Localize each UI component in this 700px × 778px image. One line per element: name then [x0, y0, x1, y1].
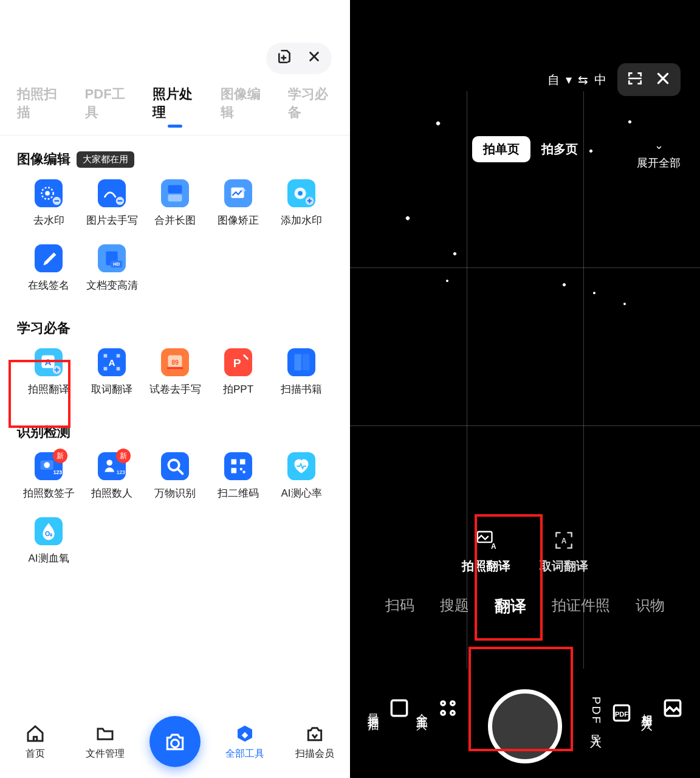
- svg-text:A: A: [45, 357, 52, 367]
- svg-rect-33: [295, 354, 302, 371]
- item-label: 取词翻译: [91, 382, 132, 396]
- item-merge-long[interactable]: 合并长图: [143, 179, 207, 227]
- recent-icon: [388, 697, 411, 720]
- new-badge: 新: [53, 449, 67, 463]
- item-count-people[interactable]: 123 新 拍照数人: [80, 452, 143, 500]
- item-label: 拍照数人: [91, 486, 132, 500]
- left-top-bar: [0, 0, 350, 85]
- merge-icon: [161, 179, 189, 207]
- bottom-nav: 首页 文件管理 全部工具 扫描会员: [0, 705, 350, 778]
- mode-single-page[interactable]: 拍单页: [472, 136, 530, 162]
- nav-all-tools[interactable]: 全部工具: [210, 723, 280, 760]
- item-online-sign[interactable]: 在线签名: [17, 244, 80, 292]
- heart-icon: [287, 452, 315, 480]
- submode-label: 拍照翻译: [462, 558, 510, 574]
- tool-all-tools[interactable]: 全部工具: [414, 697, 459, 720]
- submode-photo-translate[interactable]: A 拍照翻译: [462, 529, 510, 574]
- nav-scan-vip[interactable]: 扫描会员: [280, 723, 350, 760]
- item-image-correct[interactable]: 图像矫正: [207, 179, 270, 227]
- lang-from: 自: [547, 72, 560, 88]
- item-exam-erase[interactable]: 89 试卷去手写: [143, 348, 207, 396]
- item-shoot-ppt[interactable]: P 拍PPT: [207, 348, 270, 396]
- submode-word-translate[interactable]: A 取词翻译: [540, 529, 588, 574]
- signature-icon: [35, 244, 63, 272]
- mode-multi-page[interactable]: 拍多页: [541, 141, 578, 157]
- sub-mode-row: A 拍照翻译 A 取词翻译: [350, 529, 700, 574]
- item-add-watermark[interactable]: 添加水印: [270, 179, 333, 227]
- item-label: 拍照翻译: [28, 382, 69, 396]
- cat-translate[interactable]: 翻译: [495, 596, 526, 617]
- album-icon: [661, 697, 684, 720]
- svg-rect-44: [224, 452, 252, 480]
- thing-search-icon: [161, 452, 189, 480]
- cat-id-photo[interactable]: 拍证件照: [552, 596, 610, 617]
- item-label: 在线签名: [28, 278, 69, 292]
- section-grid: A 拍照翻译 A 取词翻译 89 试卷去手写 P 拍PPT: [17, 348, 333, 396]
- item-doc-hd[interactable]: HD 文档变高清: [80, 244, 143, 292]
- word-trans-icon: A: [98, 348, 126, 376]
- cat-recognize[interactable]: 识物: [636, 596, 665, 617]
- item-remove-watermark[interactable]: 去水印: [17, 179, 80, 227]
- item-label: AI测血氧: [28, 551, 69, 565]
- nav-files[interactable]: 文件管理: [70, 723, 140, 760]
- swap-icon: ⇆: [578, 72, 588, 87]
- tool-recent-scan[interactable]: 最近扫描: [366, 697, 411, 720]
- qr-icon: [224, 452, 252, 480]
- svg-text:O₂: O₂: [45, 530, 52, 537]
- scan-book-icon: [287, 348, 315, 376]
- cat-scan-code[interactable]: 扫码: [385, 596, 414, 617]
- shutter-button[interactable]: [488, 689, 562, 763]
- item-ai-heart[interactable]: AI测心率: [270, 452, 333, 500]
- cat-search-q[interactable]: 搜题: [440, 596, 469, 617]
- oxygen-icon: O₂: [35, 517, 63, 545]
- nav-home[interactable]: 首页: [0, 723, 70, 760]
- svg-text:HD: HD: [113, 261, 120, 267]
- nav-camera-fab[interactable]: [140, 716, 210, 767]
- svg-text:PDF: PDF: [615, 711, 628, 718]
- add-page-icon[interactable]: [277, 49, 293, 68]
- item-scan-book[interactable]: 扫描书籍: [270, 348, 333, 396]
- svg-point-61: [451, 711, 455, 715]
- pdf-icon: PDF: [610, 701, 633, 725]
- section-grid: 123 新 拍照数签子 123 新 拍照数人 万物识别: [17, 452, 333, 565]
- tool-album-import[interactable]: 相册导入: [639, 697, 684, 720]
- svg-rect-47: [232, 468, 237, 473]
- close-icon[interactable]: [307, 50, 321, 67]
- camera-panel: 自 ▾ ⇆ 中 拍单页 拍多页 ⌄ 展开全部: [350, 0, 700, 778]
- svg-text:123: 123: [53, 469, 63, 475]
- tab-study[interactable]: 学习必备: [288, 85, 333, 126]
- viewfinder-icon[interactable]: [627, 71, 643, 89]
- submode-label: 取词翻译: [540, 558, 588, 574]
- tab-scan[interactable]: 拍照扫描: [17, 85, 62, 126]
- shutter-area: 最近扫描 全部工具 PDF导入 PDF 相册导入: [350, 638, 700, 778]
- svg-rect-34: [303, 354, 310, 371]
- item-count-sticks[interactable]: 123 新 拍照数签子: [17, 452, 80, 500]
- svg-rect-42: [161, 452, 189, 480]
- handwrite-icon: [98, 179, 126, 207]
- svg-rect-46: [240, 460, 245, 465]
- tab-photo-process[interactable]: 照片处理: [153, 85, 197, 126]
- tabs-row: 拍照扫描 PDF工具 照片处理 图像编辑 学习必备: [0, 85, 350, 136]
- item-remove-handwriting[interactable]: 图片去手写: [80, 179, 143, 227]
- page-mode-pills: 拍单页 拍多页: [472, 136, 578, 162]
- top-actions-pill: [266, 43, 332, 74]
- watermark-add-icon: [287, 179, 315, 207]
- expand-all[interactable]: ⌄ 展开全部: [637, 139, 681, 170]
- item-label: 图像矫正: [218, 213, 259, 227]
- tab-pdf[interactable]: PDF工具: [85, 85, 130, 126]
- svg-rect-49: [243, 471, 245, 473]
- section-study: 学习必备 A 拍照翻译 A 取词翻译 89 试卷去手写: [0, 305, 350, 401]
- item-ai-oxygen[interactable]: O₂ AI测血氧: [17, 517, 80, 565]
- item-word-translate[interactable]: A 取词翻译: [80, 348, 143, 396]
- item-thing-search[interactable]: 万物识别: [143, 452, 207, 500]
- close-icon[interactable]: [655, 71, 671, 89]
- tool-pdf-import[interactable]: PDF导入 PDF: [588, 697, 633, 729]
- tool-label: 相册导入: [639, 704, 655, 712]
- item-label: 合并长图: [154, 213, 196, 227]
- category-row: 扫码 搜题 翻译 拍证件照 识物: [350, 596, 700, 617]
- item-photo-translate[interactable]: A 拍照翻译: [17, 348, 80, 396]
- item-scan-qr[interactable]: 扫二维码: [207, 452, 270, 500]
- nav-label: 扫描会员: [295, 748, 334, 760]
- tab-image-edit[interactable]: 图像编辑: [221, 85, 266, 126]
- lang-selector[interactable]: 自 ▾ ⇆ 中: [547, 72, 606, 88]
